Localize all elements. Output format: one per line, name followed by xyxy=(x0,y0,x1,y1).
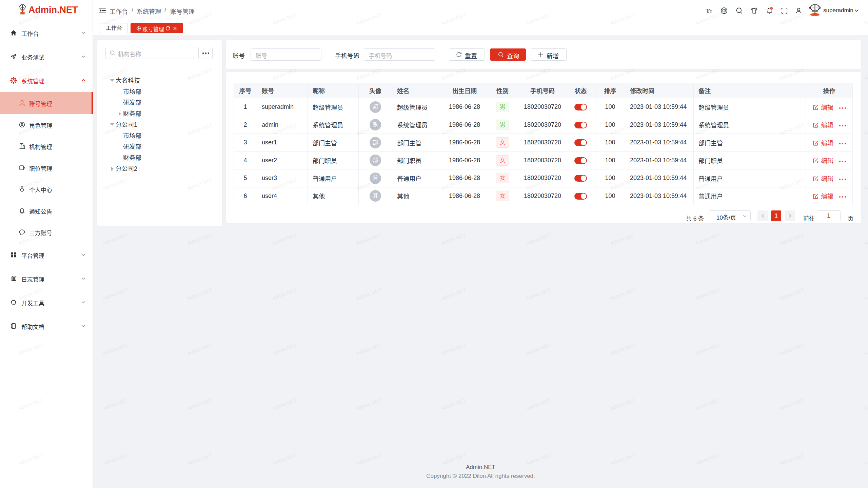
svg-text:T: T xyxy=(710,9,712,13)
svg-text:中: 中 xyxy=(722,8,726,13)
